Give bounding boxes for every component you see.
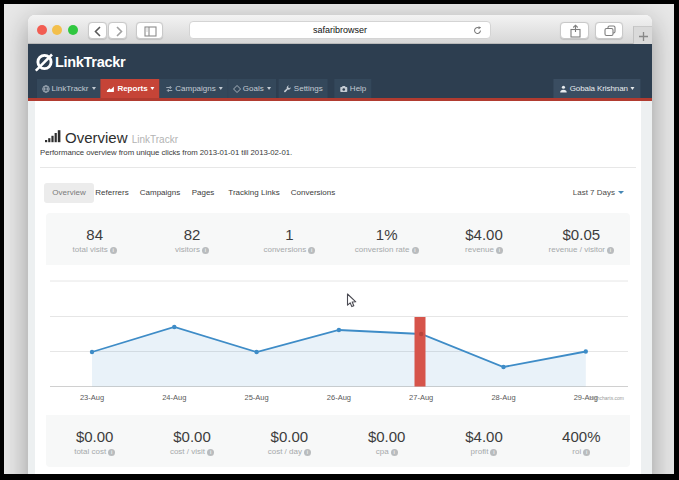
- svg-text:28-Aug: 28-Aug: [491, 393, 515, 402]
- svg-text:23-Aug: 23-Aug: [80, 393, 104, 402]
- svg-text:26-Aug: 26-Aug: [327, 393, 351, 402]
- svg-text:24-Aug: 24-Aug: [162, 393, 186, 402]
- svg-text:25-Aug: 25-Aug: [245, 393, 269, 402]
- svg-text:27-Aug: 27-Aug: [409, 393, 433, 402]
- svg-text:Highcharts.com: Highcharts.com: [589, 395, 624, 401]
